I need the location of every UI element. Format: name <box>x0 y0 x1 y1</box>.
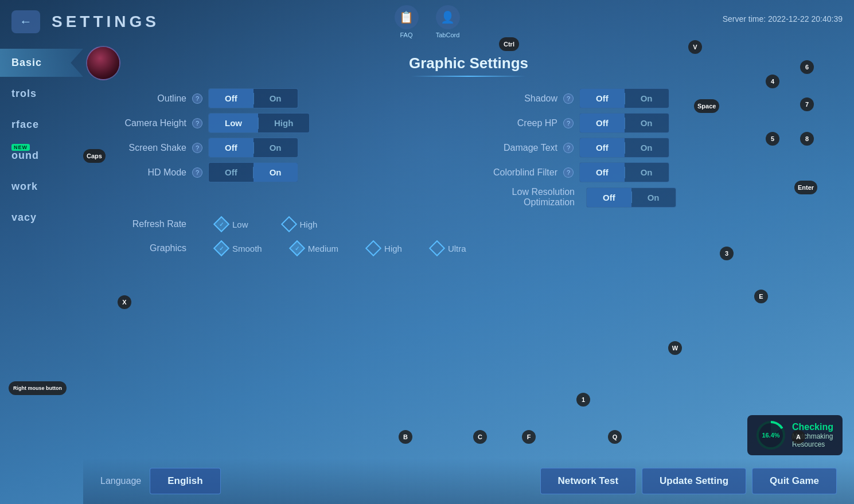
sidebar-item-privacy[interactable]: vacy <box>0 204 83 232</box>
sidebar-item-network[interactable]: work <box>0 173 83 201</box>
graphics-medium-label: Medium <box>308 244 338 253</box>
graphics-ultra-radio[interactable] <box>431 242 443 255</box>
creep-hp-row: Creep HP ? Off On <box>477 113 831 133</box>
damage-text-toggle: Off On <box>579 138 669 158</box>
camera-height-help[interactable]: ? <box>192 118 202 128</box>
kbd-space: Space <box>694 99 719 113</box>
sidebar-item-sound[interactable]: NEW ound <box>0 142 83 170</box>
graphics-high[interactable]: High <box>367 242 402 255</box>
creep-hp-label: Creep HP <box>477 118 557 128</box>
kbd-e: E <box>754 290 768 303</box>
camera-high-btn[interactable]: High <box>258 114 309 132</box>
sidebar: Basic trols rface NEW ound work vacy <box>0 43 83 237</box>
low-res-off-btn[interactable]: Off <box>587 188 631 207</box>
creep-hp-off-btn[interactable]: Off <box>580 114 625 132</box>
back-button[interactable]: ← <box>11 10 40 33</box>
refresh-rate-high-radio[interactable] <box>283 218 295 230</box>
graphics-smooth-radio[interactable] <box>215 242 228 255</box>
sidebar-item-interface[interactable]: rface <box>0 111 83 139</box>
faq-label: FAQ <box>400 32 412 38</box>
shadow-help[interactable]: ? <box>563 93 574 104</box>
sidebar-sound-label: ound <box>11 150 39 161</box>
sidebar-item-basic[interactable]: Basic <box>0 49 83 77</box>
kbd-x: X <box>118 295 131 309</box>
faq-icon: 📋 <box>395 5 419 29</box>
camera-height-row: Camera Height ? Low High <box>106 113 460 133</box>
faq-button[interactable]: 📋 FAQ <box>395 5 419 38</box>
bottom-bar: Language English Network Test Update Set… <box>83 458 854 504</box>
low-res-label: Low ResolutionOptimization <box>477 187 575 208</box>
kbd-6: 6 <box>800 60 814 74</box>
refresh-rate-row: Refresh Rate Low High <box>100 213 837 235</box>
kbd-ctrl: Ctrl <box>499 37 519 51</box>
language-button[interactable]: English <box>150 468 220 494</box>
refresh-rate-low-label: Low <box>232 220 248 229</box>
shadow-on-btn[interactable]: On <box>625 89 669 108</box>
kbd-v: V <box>688 40 702 54</box>
colorblind-toggle: Off On <box>579 162 669 182</box>
creep-hp-on-btn[interactable]: On <box>625 114 669 132</box>
quit-game-button[interactable]: Quit Game <box>752 468 837 494</box>
colorblind-help[interactable]: ? <box>563 167 574 178</box>
checking-percent: 16.4% <box>762 432 779 439</box>
colorblind-off-btn[interactable]: Off <box>580 163 625 182</box>
camera-height-toggle: Low High <box>208 113 310 133</box>
colorblind-label: Colorblind Filter <box>477 167 557 178</box>
damage-text-on-btn[interactable]: On <box>625 138 669 157</box>
tabcord-button[interactable]: 👤 TabCord <box>436 5 460 38</box>
new-badge: NEW <box>11 144 30 151</box>
kbd-f: F <box>522 430 536 444</box>
outline-help[interactable]: ? <box>192 93 202 104</box>
sidebar-item-controls[interactable]: trols <box>0 80 83 108</box>
graphics-medium[interactable]: Medium <box>291 242 338 255</box>
shadow-off-btn[interactable]: Off <box>580 89 625 108</box>
refresh-rate-low[interactable]: Low <box>215 218 248 230</box>
camera-low-btn[interactable]: Low <box>209 114 258 132</box>
hd-mode-row: HD Mode ? Off On <box>106 162 460 182</box>
graphics-smooth[interactable]: Smooth <box>215 242 262 255</box>
shadow-toggle: Off On <box>579 88 669 108</box>
page-title: Graphic Settings <box>100 54 837 72</box>
colorblind-on-btn[interactable]: On <box>625 163 669 182</box>
shadow-row: Shadow ? Off On <box>477 88 831 108</box>
kbd-caps: Caps <box>83 149 106 163</box>
damage-text-label: Damage Text <box>477 143 557 153</box>
kbd-a: A <box>791 430 805 444</box>
update-setting-button[interactable]: Update Setting <box>642 468 746 494</box>
camera-height-label: Camera Height <box>106 118 186 128</box>
refresh-rate-label: Refresh Rate <box>106 219 186 229</box>
screen-shake-on-btn[interactable]: On <box>254 138 298 157</box>
hd-mode-label: HD Mode <box>106 167 186 178</box>
kbd-5: 5 <box>766 132 779 146</box>
kbd-c: C <box>473 430 487 444</box>
graphics-ultra[interactable]: Ultra <box>431 242 466 255</box>
damage-text-help[interactable]: ? <box>563 143 574 153</box>
graphics-medium-radio[interactable] <box>291 242 303 255</box>
sidebar-controls-label: trols <box>11 88 37 99</box>
refresh-rate-low-radio[interactable] <box>215 218 228 230</box>
hd-mode-on-btn[interactable]: On <box>254 163 298 182</box>
network-test-button[interactable]: Network Test <box>540 468 637 494</box>
outline-on-btn[interactable]: On <box>254 89 298 108</box>
refresh-rate-high[interactable]: High <box>283 218 318 230</box>
top-bar: ← SETTINGS 📋 FAQ 👤 TabCord Server time: … <box>0 0 854 43</box>
tabcord-icon: 👤 <box>436 5 460 29</box>
screen-shake-toggle: Off On <box>208 138 298 158</box>
screen-shake-help[interactable]: ? <box>192 143 202 153</box>
hd-mode-help[interactable]: ? <box>192 167 202 178</box>
hd-mode-off-btn[interactable]: Off <box>209 163 254 182</box>
outline-off-btn[interactable]: Off <box>209 89 254 108</box>
graphics-smooth-label: Smooth <box>232 244 262 253</box>
sidebar-privacy-label: vacy <box>11 212 37 223</box>
screen-shake-off-btn[interactable]: Off <box>209 138 254 157</box>
kbd-1: 1 <box>576 393 590 407</box>
damage-text-off-btn[interactable]: Off <box>580 138 625 157</box>
screen-shake-row: Screen Shake ? Off On <box>106 138 460 158</box>
sidebar-network-label: work <box>11 181 38 192</box>
language-section: Language English <box>100 468 221 494</box>
language-label: Language <box>100 476 141 486</box>
creep-hp-help[interactable]: ? <box>563 118 574 128</box>
kbd-rmb: Right mouse button <box>9 381 67 395</box>
graphics-high-radio[interactable] <box>367 242 380 255</box>
low-res-on-btn[interactable]: On <box>631 188 676 207</box>
